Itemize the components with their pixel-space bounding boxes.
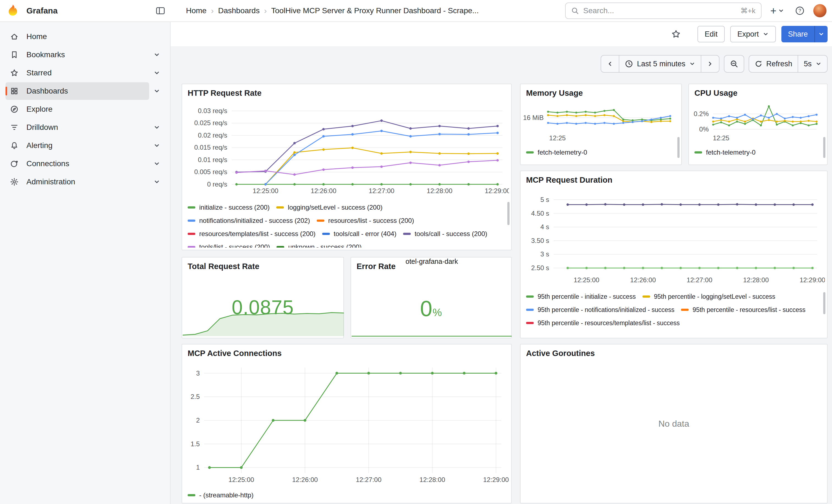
sidebar-expand-bookmarks[interactable] (149, 51, 164, 58)
svg-text:3 s: 3 s (540, 250, 549, 258)
legend-item[interactable]: initialize - success (200) (188, 201, 270, 214)
memory-usage-chart[interactable]: 16 MiB12:25 (523, 100, 676, 141)
sidebar-item-administration[interactable]: Administration (5, 173, 149, 191)
time-back-button[interactable] (601, 56, 619, 72)
chevron-down-icon (154, 88, 160, 95)
sidebar-item-label: Dashboards (26, 87, 68, 96)
sidebar-item-explore[interactable]: Explore (5, 100, 164, 118)
sidebar-expand-alerting[interactable] (149, 142, 164, 149)
panel-title[interactable]: MCP Active Connections (182, 344, 511, 358)
sidebar-expand-drilldown[interactable] (149, 124, 164, 131)
gear-icon (10, 178, 19, 186)
legend-label: tools/call - error (404) (334, 230, 396, 238)
refresh-interval-label: 5s (804, 60, 812, 68)
sidebar-item-bookmarks[interactable]: Bookmarks (5, 46, 149, 63)
sidebar-row: Home (0, 27, 170, 46)
chevron-down-icon (778, 8, 784, 14)
legend-item[interactable]: 95th percentile - logging/setLevel - suc… (643, 290, 775, 303)
legend-label: resources/templates/list - success (200) (199, 230, 316, 238)
legend-item[interactable]: notifications/initialized - success (202… (188, 214, 310, 227)
share-button[interactable]: Share (781, 26, 814, 43)
svg-text:0.005 req/s: 0.005 req/s (194, 168, 227, 176)
panel-mcp-request-duration: MCP Request Duration 2.50 s3 s3.50 s4 s4… (520, 170, 828, 338)
sidebar-item-drilldown[interactable]: Drilldown (5, 118, 149, 136)
share-menu-button[interactable] (814, 26, 828, 43)
sidebar-item-alerting[interactable]: Alerting (5, 137, 149, 154)
http-request-rate-chart[interactable]: 0 req/s0.005 req/s0.01 req/s0.015 req/s0… (185, 103, 509, 197)
sidebar-item-home[interactable]: Home (5, 28, 164, 45)
compass-icon (10, 105, 19, 114)
legend-item[interactable]: - (streamable-http) (188, 488, 253, 502)
legend-item[interactable]: fetch-telemetry-0 (695, 146, 755, 159)
panel-title[interactable]: MCP Request Duration (521, 171, 827, 185)
panel-title[interactable]: Total Request Rate (182, 258, 343, 271)
legend-item[interactable]: 95th percentile - resources/list - succe… (681, 303, 805, 316)
legend-item[interactable]: 95th percentile - initialize - success (526, 290, 636, 303)
legend-item[interactable]: resources/templates/list - success (200) (188, 227, 316, 240)
legend-item[interactable]: resources/list - success (200) (317, 214, 414, 227)
svg-text:0 req/s: 0 req/s (207, 181, 227, 188)
svg-text:12:28:00: 12:28:00 (427, 187, 452, 194)
mcp-request-duration-chart[interactable]: 2.50 s3 s3.50 s4 s4.50 s5 s12:25:0012:26… (524, 190, 825, 287)
sidebar-expand-starred[interactable] (149, 70, 164, 76)
refresh-button[interactable]: Refresh (749, 56, 798, 72)
panel-title[interactable]: CPU Usage (689, 84, 827, 98)
plug-icon (10, 159, 19, 168)
refresh-interval-picker[interactable]: 5s (798, 56, 827, 72)
zoom-out-button[interactable] (724, 56, 744, 72)
panel-title[interactable]: HTTP Request Rate (182, 84, 511, 98)
legend-label: 95th percentile - resources/templates/li… (538, 319, 680, 327)
breadcrumb-item[interactable]: Home (186, 6, 207, 15)
export-button[interactable]: Export (730, 26, 776, 43)
legend-swatch (695, 151, 702, 154)
legend-item[interactable]: tools/call - success (200) (403, 227, 487, 240)
sidebar-toggle-button[interactable] (154, 4, 167, 17)
legend-swatch (681, 309, 688, 311)
sidebar-expand-administration[interactable] (149, 179, 164, 185)
legend-scrollbar[interactable] (823, 292, 825, 314)
time-forward-button[interactable] (701, 56, 719, 72)
time-range-picker[interactable]: Last 5 minutes (619, 56, 701, 72)
grafana-logo-icon[interactable] (5, 4, 20, 18)
legend-label: 95th percentile - logging/setLevel - suc… (654, 293, 775, 300)
favorite-button[interactable] (669, 27, 683, 41)
legend-item[interactable]: logging/setLevel - success (200) (276, 201, 383, 214)
legend-scrollbar[interactable] (508, 202, 510, 225)
dashboard-canvas: Last 5 minutes (171, 46, 832, 504)
sidebar-item-connections[interactable]: Connections (5, 155, 149, 173)
legend-item[interactable]: 95th percentile - notifications/initiali… (526, 303, 674, 316)
sidebar-item-starred[interactable]: Starred (5, 64, 149, 82)
breadcrumb-item[interactable]: Dashboards (218, 6, 260, 15)
edit-button[interactable]: Edit (698, 26, 725, 43)
help-button[interactable]: ? (793, 4, 807, 18)
search-box[interactable]: ⌘+k (565, 2, 761, 19)
user-avatar[interactable] (813, 4, 827, 17)
legend-swatch (526, 322, 534, 324)
mcp-active-connections-chart[interactable]: 11.522.5312:25:0012:26:0012:27:0012:28:0… (185, 361, 509, 487)
svg-text:12:27:00: 12:27:00 (356, 476, 381, 483)
legend-item[interactable]: fetch-telemetry-0 (526, 146, 587, 159)
sidebar-expand-connections[interactable] (149, 160, 164, 167)
panel-title[interactable]: Memory Usage (521, 84, 681, 98)
legend-swatch (188, 494, 196, 496)
chevron-down-icon (818, 31, 824, 37)
legend-item[interactable]: 95th percentile - resources/templates/li… (526, 316, 680, 329)
sidebar-item-label: Drilldown (26, 123, 58, 132)
breadcrumb-item[interactable]: ToolHive MCP Server & Proxy Runner Dashb… (271, 6, 479, 15)
panel-scrollbar[interactable] (823, 137, 825, 158)
search-input[interactable] (583, 6, 736, 15)
sidebar-item-dashboards[interactable]: Dashboards (5, 82, 149, 100)
legend-label: notifications/initialized - success (202… (199, 217, 310, 224)
cpu-usage-chart[interactable]: 0%0.2%12:25 (691, 100, 822, 141)
legend-item[interactable]: unknown - success (200) (277, 240, 362, 247)
new-button[interactable]: + (768, 4, 786, 17)
panel-scrollbar[interactable] (677, 137, 680, 158)
sidebar-row: Bookmarks (0, 46, 170, 64)
svg-text:12:28:00: 12:28:00 (743, 276, 769, 284)
chevron-down-icon (154, 179, 160, 185)
dashboard-actions-bar: Edit Export Share (171, 22, 832, 46)
legend-item[interactable]: tools/call - error (404) (322, 227, 396, 240)
export-button-label: Export (737, 30, 759, 38)
legend-item[interactable]: tools/list - success (200) (188, 240, 270, 247)
sidebar-expand-dashboards[interactable] (149, 88, 164, 95)
